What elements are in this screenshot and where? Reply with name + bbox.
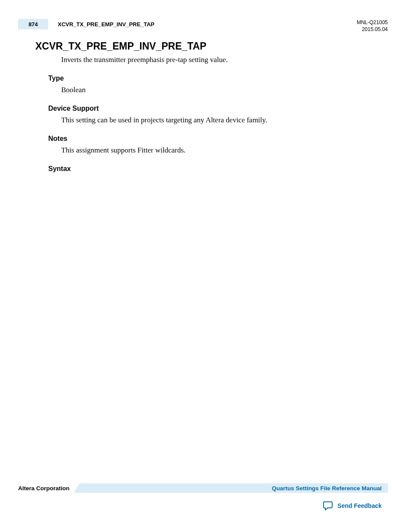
footer-ribbon: Quartus Settings File Reference Manual	[74, 483, 388, 493]
section-heading-type: Type	[48, 75, 388, 82]
header-right: MNL-Q21005 2015.05.04	[357, 19, 388, 33]
header-left: 874 XCVR_TX_PRE_EMP_INV_PRE_TAP	[18, 19, 154, 29]
section-heading-device-support: Device Support	[48, 105, 388, 112]
page-number-badge: 874	[18, 19, 48, 29]
send-feedback-link[interactable]: Send Feedback	[337, 502, 382, 509]
page-number: 874	[28, 21, 38, 28]
doc-id: MNL-Q21005	[357, 19, 388, 26]
speech-bubble-icon	[323, 501, 333, 510]
footer-bar: Altera Corporation Quartus Settings File…	[18, 483, 388, 493]
section-body-device-support: This setting can be used in projects tar…	[61, 115, 388, 125]
doc-date: 2015.05.04	[357, 26, 388, 33]
section-body-type: Boolean	[61, 85, 388, 95]
page-description: Inverts the transmitter preemphasis pre-…	[61, 55, 388, 65]
section-heading-notes: Notes	[48, 135, 388, 143]
feedback-row: Send Feedback	[18, 501, 388, 510]
manual-link[interactable]: Quartus Settings File Reference Manual	[272, 485, 382, 492]
page-footer: Altera Corporation Quartus Settings File…	[18, 483, 388, 510]
page-title: XCVR_TX_PRE_EMP_INV_PRE_TAP	[35, 40, 388, 52]
document-page: 874 XCVR_TX_PRE_EMP_INV_PRE_TAP MNL-Q210…	[0, 0, 411, 532]
section-heading-syntax: Syntax	[48, 165, 388, 173]
page-header: 874 XCVR_TX_PRE_EMP_INV_PRE_TAP MNL-Q210…	[18, 19, 388, 33]
section-body-notes: This assignment supports Fitter wildcard…	[61, 145, 388, 156]
running-head-title: XCVR_TX_PRE_EMP_INV_PRE_TAP	[58, 21, 154, 28]
footer-company: Altera Corporation	[18, 485, 74, 492]
